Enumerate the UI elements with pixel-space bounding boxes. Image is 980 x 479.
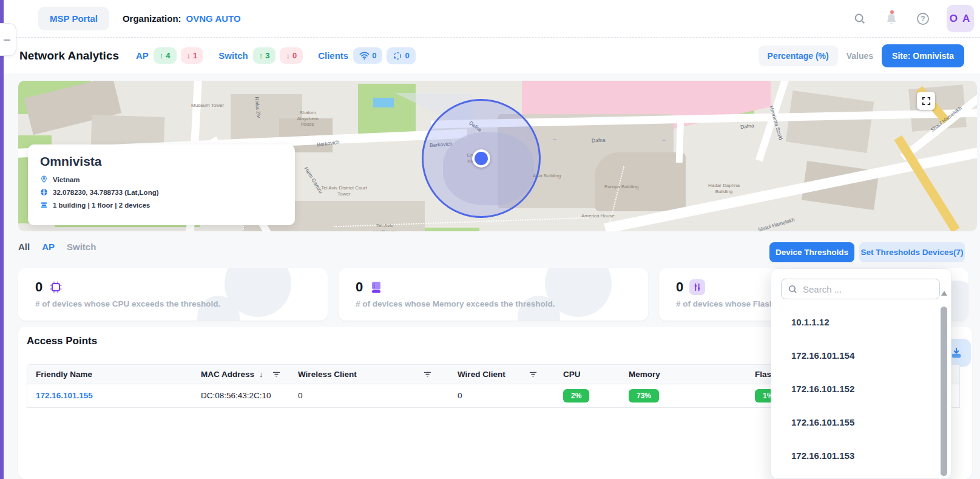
sidebar-collapse-tab[interactable] — [0, 23, 16, 56]
toggle-values[interactable]: Values — [847, 51, 873, 61]
site-summary: 1 building | 1 floor | 2 devices — [53, 202, 150, 209]
col-cpu: CPU — [555, 370, 620, 379]
tab-ap[interactable]: AP — [42, 242, 55, 252]
sort-descending-icon[interactable]: ↓ — [259, 370, 263, 379]
notification-dot — [890, 10, 894, 14]
map-label: America House — [581, 213, 615, 219]
filter-icon[interactable] — [423, 370, 432, 379]
msp-portal-app: MSP Portal Organization: OVNG AUTO ? — [0, 0, 980, 479]
analytics-right-controls: Percentage (%) Values Site: Omnivista — [759, 44, 964, 67]
mesh-icon — [393, 51, 402, 61]
top-header: MSP Portal Organization: OVNG AUTO ? — [4, 0, 980, 38]
scrollbar-thumb[interactable] — [941, 307, 947, 476]
scrollbar-up-arrow-icon[interactable] — [941, 291, 947, 296]
ap-stat-label: AP — [136, 50, 149, 61]
device-search-input[interactable] — [803, 284, 933, 294]
notifications-bell-icon[interactable] — [884, 11, 899, 27]
memory-icon — [369, 280, 384, 294]
ap-down-count: 1 — [193, 51, 197, 60]
site-selector-button[interactable]: Site: Omnivista — [882, 44, 964, 67]
device-list-item[interactable]: 172.16.101.154 — [771, 339, 935, 372]
map-pool — [373, 98, 394, 107]
device-list-item[interactable]: 172.16.101.152 — [771, 372, 935, 406]
map-label: Museum Tower — [191, 103, 224, 108]
device-list: 10.1.1.12 172.16.101.154 172.16.101.152 … — [771, 305, 935, 478]
device-thresholds-button[interactable]: Device Thresholds — [769, 242, 854, 262]
cpu-exceed-description: # of devices whose CPU exceeds the thres… — [35, 299, 220, 308]
fullscreen-icon — [921, 96, 931, 106]
buildings-icon — [40, 201, 48, 209]
ap-mac-address: DC:08:56:43:2C:10 — [192, 391, 289, 400]
ap-wired-client-count: 0 — [449, 391, 555, 400]
device-search-box — [781, 279, 940, 299]
organization-value-link[interactable]: OVNG AUTO — [186, 13, 241, 24]
left-accent-strip — [0, 0, 4, 479]
site-marker[interactable] — [472, 149, 490, 168]
map-building — [786, 90, 874, 153]
cpu-threshold-card: 0 # of devices whose CPU exceeds the thr… — [18, 268, 328, 321]
clients-mesh-badge: 0 — [387, 47, 415, 64]
site-map[interactable]: Museum Tower Shalom Alaychem house Rivka… — [18, 81, 977, 231]
map-label: Tel-Aviv courthouse — [365, 223, 404, 231]
col-wired-client: Wired Client — [449, 370, 555, 379]
clients-wifi-badge: 0 — [353, 47, 382, 64]
avatar[interactable]: O A — [947, 5, 974, 32]
cpu-percent-badge: 2% — [563, 389, 589, 403]
tab-all[interactable]: All — [18, 242, 30, 252]
down-arrow-icon: ↓ — [286, 51, 290, 60]
access-points-title: Access Points — [27, 335, 97, 347]
ap-friendly-name-link[interactable]: 172.16.101.155 — [27, 391, 192, 400]
toggle-percentage[interactable]: Percentage (%) — [759, 46, 838, 66]
search-icon[interactable] — [852, 11, 868, 27]
clients-mesh-count: 0 — [405, 51, 409, 60]
map-park — [419, 228, 479, 231]
site-coordinates: 32.078230, 34.788733 (Lat,Long) — [53, 189, 159, 196]
memory-percent-badge: 73% — [629, 389, 659, 403]
page-title: Network Analytics — [19, 49, 119, 63]
ap-cpu-cell: 2% — [555, 389, 620, 403]
map-label: Shalom Alaychem house — [290, 110, 325, 127]
flash-exceed-count: 0 — [676, 279, 683, 295]
tab-switch[interactable]: Switch — [67, 242, 96, 252]
col-friendly-name: Friendly Name — [27, 370, 192, 379]
up-arrow-icon: ↑ — [259, 51, 263, 60]
ap-wireless-client-count: 0 — [289, 391, 449, 400]
switch-up-badge: ↑ 3 — [253, 47, 276, 64]
collapse-handle-icon — [4, 39, 10, 41]
map-label: Hadar Daphna Building — [699, 183, 749, 194]
globe-icon — [40, 188, 48, 196]
cpu-exceed-count: 0 — [35, 279, 42, 295]
device-list-item[interactable]: 172.16.101.155 — [771, 406, 935, 439]
clients-wifi-count: 0 — [372, 51, 376, 60]
device-filter-tabs: All AP Switch — [18, 242, 96, 252]
dropdown-scrollbar[interactable] — [940, 291, 948, 476]
device-list-item[interactable]: 10.1.1.12 — [771, 305, 935, 339]
ap-up-count: 4 — [166, 51, 170, 60]
col-wireless-client: Wireless Client — [289, 370, 449, 379]
switch-down-count: 0 — [292, 51, 297, 60]
device-list-item[interactable]: 172.16.101.153 — [771, 439, 935, 472]
help-icon[interactable]: ? — [915, 11, 931, 27]
filter-icon[interactable] — [529, 370, 538, 379]
site-marker-dot — [475, 152, 488, 165]
clients-stat-label: Clients — [318, 50, 348, 61]
site-country: Vietnam — [53, 176, 80, 183]
msp-portal-button[interactable]: MSP Portal — [38, 7, 109, 30]
header-actions: ? O A — [852, 5, 974, 32]
map-fullscreen-button[interactable] — [917, 92, 935, 110]
cpu-chip-icon — [49, 280, 63, 294]
map-road-yellow — [894, 135, 959, 231]
map-park — [358, 84, 416, 135]
memory-exceed-count: 0 — [356, 279, 363, 295]
switch-stat-label: Switch — [218, 50, 248, 61]
ap-up-badge: ↑ 4 — [154, 47, 177, 64]
filter-icon[interactable] — [272, 370, 281, 379]
memory-exceed-description: # of devices whose Memory exceeds the th… — [356, 299, 555, 308]
up-arrow-icon: ↑ — [160, 51, 164, 60]
down-arrow-icon: ↓ — [187, 51, 191, 60]
map-street-label: Dafna — [740, 123, 754, 131]
network-analytics-bar: Network Analytics AP ↑ 4 ↓ 1 Switch ↑ 3 … — [4, 38, 980, 73]
set-thresholds-devices-button[interactable]: Set Thresholds Devices(7) — [859, 242, 965, 262]
download-icon — [950, 346, 963, 359]
site-info-card: Omnivista Vietnam 32.078230, 34.788733 (… — [28, 144, 295, 225]
